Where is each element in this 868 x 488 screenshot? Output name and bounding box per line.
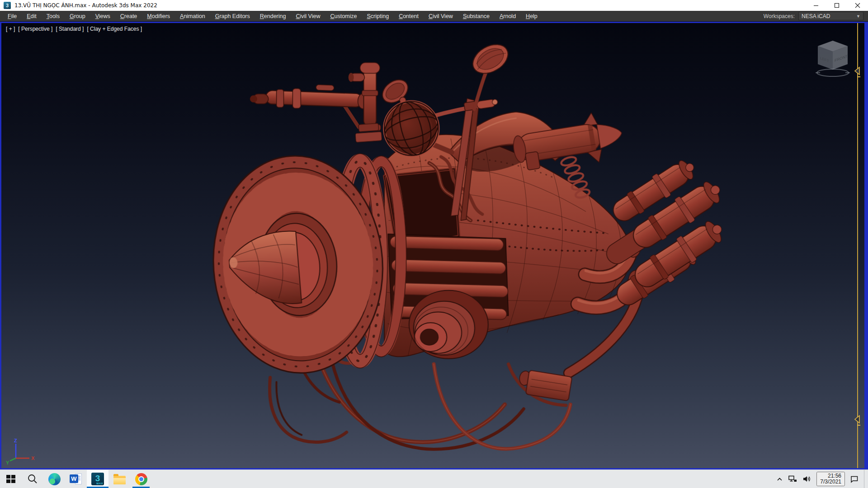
viewcube[interactable]: LEFT FRONT [812,36,854,83]
3dsmax-icon: 3 MAX [91,473,104,485]
menu-bar: FileEditToolsGroupViewsCreateModifiersAn… [0,11,868,22]
menu-items: FileEditToolsGroupViewsCreateModifiersAn… [0,11,542,21]
model-turbine[interactable] [206,150,390,378]
model-steampunk-vehicle[interactable] [206,39,729,450]
menu-item[interactable]: Views [90,11,115,21]
search-icon [27,473,38,485]
tray-volume-icon[interactable] [802,475,811,483]
chevron-down-icon: ▼ [856,14,860,19]
taskbar-3dsmax-button[interactable]: 3 MAX [87,470,108,488]
menu-item[interactable]: Scripting [362,11,394,21]
menu-item[interactable]: Modifiers [142,11,175,21]
axis-y-label: Y [6,460,9,465]
menu-item[interactable]: Arnold [495,11,521,21]
workspace-value: NESA iCAD [802,13,830,19]
action-center-icon[interactable] [850,475,859,483]
window-title: 13.VŨ THỊ NGỌC ÁNH.max - Autodesk 3ds Ma… [14,2,157,9]
menu-item[interactable]: Create [115,11,142,21]
start-button[interactable] [0,470,22,488]
3dsmax-application-window: 3 13.VŨ THỊ NGỌC ÁNH.max - Autodesk 3ds … [0,0,868,488]
taskbar-edge-button[interactable] [43,470,65,488]
menu-item[interactable]: Animation [175,11,210,21]
tray-clock[interactable]: 21:56 7/3/2021 [816,472,845,486]
windows-taskbar: W 3 MAX [0,469,868,488]
chrome-icon [135,473,147,485]
edge-icon [48,473,61,485]
model-bottom-hatch[interactable] [409,291,488,359]
tray-network-icon[interactable] [788,475,797,483]
title-bar: 3 13.VŨ THỊ NGỌC ÁNH.max - Autodesk 3ds … [0,0,868,11]
model-caged-lamp[interactable] [380,97,452,160]
axis-z-label: Z [14,438,17,443]
taskbar-chrome-button[interactable] [130,470,152,488]
show-desktop-button[interactable] [864,470,867,488]
taskbar-explorer-button[interactable] [108,470,130,488]
minimize-icon [813,3,819,8]
axis-tripod: Z X Y [5,437,38,465]
workspaces-area: Workspaces: NESA iCAD ▼ [764,12,868,20]
menu-item[interactable]: Substance [458,11,495,21]
maximize-button[interactable] [826,0,847,11]
tray-date: 7/3/2021 [820,479,841,485]
workspaces-label: Workspaces: [764,13,795,19]
viewport-label-segment[interactable]: [ Standard ] [56,26,84,32]
menu-item[interactable]: Rendering [255,11,291,21]
menu-item[interactable]: Graph Editors [210,11,255,21]
windows-logo-icon [5,473,17,485]
menu-item[interactable]: Content [394,11,424,21]
viewport-label-segment[interactable]: [ + ] [6,26,15,32]
3dsmax-app-icon[interactable]: 3 [4,2,11,9]
taskbar-word-button[interactable]: W [65,470,87,488]
viewport-label: [ + ][ Perspective ][ Standard ][ Clay +… [6,26,142,32]
viewport[interactable]: [ + ][ Perspective ][ Standard ][ Clay +… [0,22,868,469]
window-controls [806,0,868,11]
menu-item[interactable]: File [3,11,22,21]
viewport-label-segment[interactable]: [ Clay + Edged Faces ] [87,26,142,32]
word-icon: W [70,473,82,485]
viewport-label-segment[interactable]: [ Perspective ] [18,26,52,32]
menu-item[interactable]: Group [65,11,90,21]
menu-item[interactable]: Edit [22,11,42,21]
menu-item[interactable]: Civil View [291,11,325,21]
command-panel-divider[interactable] [857,23,858,468]
maximize-icon [834,3,840,8]
panel-expand-arrow-bottom[interactable] [854,415,861,427]
taskbar-search-button[interactable] [22,470,43,488]
viewcube-compass-ring[interactable] [817,69,849,76]
menu-item[interactable]: Civil View [424,11,458,21]
viewport-scene[interactable] [1,23,864,468]
close-button[interactable] [847,0,868,11]
system-tray: 21:56 7/3/2021 [776,470,868,488]
menu-item[interactable]: Customize [325,11,362,21]
panel-expand-arrow-top[interactable] [854,66,861,78]
axis-x-label: X [31,455,35,461]
close-icon [855,3,860,8]
menu-item[interactable]: Help [521,11,542,21]
workspace-selector[interactable]: NESA iCAD ▼ [798,12,863,20]
model-cannon[interactable] [250,84,368,127]
menu-item[interactable]: Tools [42,11,65,21]
tray-chevron-up-icon[interactable] [776,476,783,482]
file-explorer-icon [113,476,126,484]
minimize-button[interactable] [806,0,826,11]
